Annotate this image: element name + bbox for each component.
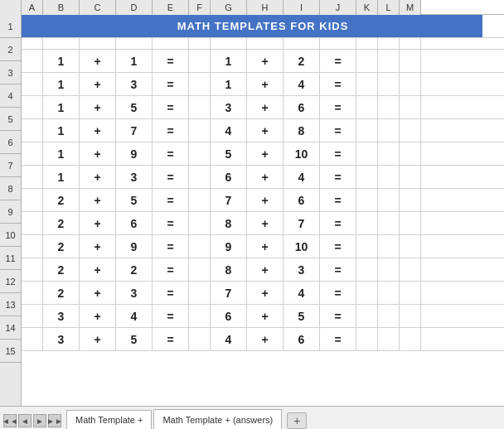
cell-r4-K[interactable]: [356, 73, 378, 96]
cell-r4-F[interactable]: [189, 73, 211, 96]
cell-r3-D[interactable]: 1: [116, 50, 153, 73]
cell-r11-J[interactable]: =: [320, 235, 356, 258]
cell-r3-G[interactable]: 1: [211, 50, 247, 73]
cell-r12-H[interactable]: +: [247, 258, 284, 282]
cell-r10-G[interactable]: 8: [211, 212, 247, 235]
cell-r8-B[interactable]: 1: [43, 166, 80, 189]
cell-r15-E[interactable]: =: [153, 328, 189, 351]
cell-r8-I[interactable]: 4: [284, 166, 320, 189]
nav-first[interactable]: ◄◄: [3, 414, 17, 427]
cell-r11-K[interactable]: [356, 235, 378, 258]
cell-r3-K[interactable]: [356, 50, 378, 73]
cell-r7-H[interactable]: +: [247, 142, 284, 166]
cell-r12-L[interactable]: [378, 258, 400, 282]
cell-r10-M[interactable]: [400, 212, 421, 235]
cell-r14-H[interactable]: +: [247, 305, 284, 328]
cell-r7-D[interactable]: 9: [116, 142, 153, 166]
cell-r10-K[interactable]: [356, 212, 378, 235]
cell-r5-D[interactable]: 5: [116, 96, 153, 119]
cell-r9-J[interactable]: =: [320, 189, 356, 212]
cell-r8-H[interactable]: +: [247, 166, 284, 189]
cell-r5-E[interactable]: =: [153, 96, 189, 119]
cell-r10-A[interactable]: [22, 212, 43, 235]
cell-r14-G[interactable]: 6: [211, 305, 247, 328]
cell-r9-I[interactable]: 6: [284, 189, 320, 212]
cell-r12-K[interactable]: [356, 258, 378, 282]
cell-r9-C[interactable]: +: [80, 189, 116, 212]
cell-r6-M[interactable]: [400, 119, 421, 142]
cell-r12-M[interactable]: [400, 258, 421, 282]
cell-r14-A[interactable]: [22, 305, 43, 328]
cell-r8-J[interactable]: =: [320, 166, 356, 189]
cell-r12-G[interactable]: 8: [211, 258, 247, 282]
nav-last[interactable]: ►►: [48, 414, 61, 427]
cell-r4-B[interactable]: 1: [43, 73, 80, 96]
cell-r5-A[interactable]: [22, 96, 43, 119]
cell-r10-D[interactable]: 6: [116, 212, 153, 235]
cell-r5-H[interactable]: +: [247, 96, 284, 119]
cell-r12-C[interactable]: +: [80, 258, 116, 282]
cell-r4-D[interactable]: 3: [116, 73, 153, 96]
cell-r13-A[interactable]: [22, 282, 43, 305]
nav-prev[interactable]: ◄: [18, 414, 32, 427]
cell-r14-I[interactable]: 5: [284, 305, 320, 328]
cell-r3-I[interactable]: 2: [284, 50, 320, 73]
cell-r14-D[interactable]: 4: [116, 305, 153, 328]
cell-r4-E[interactable]: =: [153, 73, 189, 96]
cell-r7-F[interactable]: [189, 142, 211, 166]
cell-r13-C[interactable]: +: [80, 282, 116, 305]
cell-r6-H[interactable]: +: [247, 119, 284, 142]
cell-r14-C[interactable]: +: [80, 305, 116, 328]
cell-r9-H[interactable]: +: [247, 189, 284, 212]
cell-r8-A[interactable]: [22, 166, 43, 189]
cell-r8-K[interactable]: [356, 166, 378, 189]
cell-r12-I[interactable]: 3: [284, 258, 320, 282]
cell-r4-L[interactable]: [378, 73, 400, 96]
cell-r9-D[interactable]: 5: [116, 189, 153, 212]
cell-r11-M[interactable]: [400, 235, 421, 258]
cell-r5-B[interactable]: 1: [43, 96, 80, 119]
cell-r10-L[interactable]: [378, 212, 400, 235]
cell-r14-F[interactable]: [189, 305, 211, 328]
cell-r5-M[interactable]: [400, 96, 421, 119]
cell-r4-J[interactable]: =: [320, 73, 356, 96]
cell-r15-B[interactable]: 3: [43, 328, 80, 351]
cell-r12-B[interactable]: 2: [43, 258, 80, 282]
cell-r7-M[interactable]: [400, 142, 421, 166]
cell-r15-K[interactable]: [356, 328, 378, 351]
cell-r14-K[interactable]: [356, 305, 378, 328]
cell-r13-E[interactable]: =: [153, 282, 189, 305]
cell-r9-K[interactable]: [356, 189, 378, 212]
cell-r15-J[interactable]: =: [320, 328, 356, 351]
cell-r14-E[interactable]: =: [153, 305, 189, 328]
cell-r15-H[interactable]: +: [247, 328, 284, 351]
cell-r14-J[interactable]: =: [320, 305, 356, 328]
cell-r13-K[interactable]: [356, 282, 378, 305]
cell-r15-C[interactable]: +: [80, 328, 116, 351]
cell-r15-G[interactable]: 4: [211, 328, 247, 351]
tab-math-template-answers[interactable]: Math Template + (answers): [153, 409, 282, 429]
cell-r5-K[interactable]: [356, 96, 378, 119]
cell-r10-E[interactable]: =: [153, 212, 189, 235]
cell-r15-A[interactable]: [22, 328, 43, 351]
cell-r12-J[interactable]: =: [320, 258, 356, 282]
cell-r11-G[interactable]: 9: [211, 235, 247, 258]
cell-r7-K[interactable]: [356, 142, 378, 166]
cell-r7-G[interactable]: 5: [211, 142, 247, 166]
cell-r3-L[interactable]: [378, 50, 400, 73]
cell-r8-D[interactable]: 3: [116, 166, 153, 189]
cell-r15-L[interactable]: [378, 328, 400, 351]
cell-r6-L[interactable]: [378, 119, 400, 142]
cell-r10-J[interactable]: =: [320, 212, 356, 235]
cell-r5-L[interactable]: [378, 96, 400, 119]
cell-r15-I[interactable]: 6: [284, 328, 320, 351]
cell-r14-M[interactable]: [400, 305, 421, 328]
cell-r13-H[interactable]: +: [247, 282, 284, 305]
cell-r3-B[interactable]: 1: [43, 50, 80, 73]
cell-r4-M[interactable]: [400, 73, 421, 96]
cell-r11-F[interactable]: [189, 235, 211, 258]
cell-r11-A[interactable]: [22, 235, 43, 258]
tab-math-template[interactable]: Math Template +: [66, 410, 152, 429]
cell-r6-E[interactable]: =: [153, 119, 189, 142]
tab-add-button[interactable]: +: [287, 412, 307, 429]
